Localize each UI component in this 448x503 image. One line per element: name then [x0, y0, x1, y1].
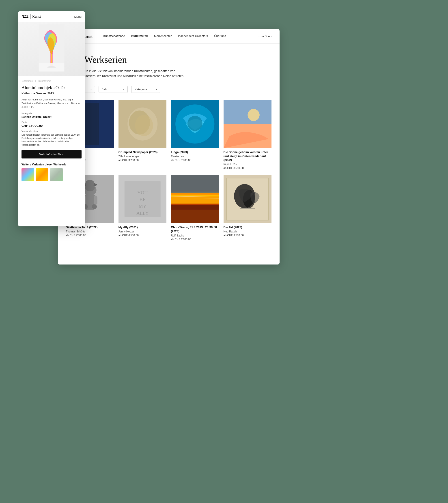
artwork-image-newspaper	[118, 100, 167, 148]
svg-rect-21	[94, 196, 97, 205]
filters-row: Künstlerin ▾ Jahr ▾ Kategorie ▾	[66, 86, 272, 93]
artwork-image-linga	[171, 100, 219, 148]
artwork-title-2: Linga (2023)	[171, 150, 219, 154]
artwork-price-4: ab CHF 7'000.00	[66, 234, 114, 237]
artwork-title-5: My Ally (2021)	[118, 225, 167, 229]
artwork-price-2: ab CHF 3'800.00	[171, 159, 219, 162]
svg-point-6	[135, 115, 153, 136]
artwork-title-6: Chur–Tirano, 31.8.2013 / 20:36:58 (2023)	[171, 225, 219, 233]
mobile-logo-divider	[30, 14, 31, 19]
artwork-card-sonne[interactable]: Die Sonne geht im Westen unter und steig…	[224, 100, 272, 170]
artwork-artist-4: Thomas Schütte	[66, 230, 114, 233]
artwork-sculpture-image	[38, 24, 65, 71]
main-content: Alle Werkserien Tauchen Sie ein in die V…	[58, 44, 280, 252]
mobile-product-title: Aluminiumobjek «O.T.»	[21, 85, 81, 90]
chevron-down-icon: ▾	[91, 88, 92, 91]
variants-title: Weitere Varianten dieser Werkserie	[21, 163, 81, 166]
artwork-price-3: ab CHF 3'550.00	[224, 167, 272, 170]
svg-rect-35	[171, 175, 219, 193]
nav-kunstschaffende[interactable]: Kunstschaffende	[103, 34, 125, 38]
mobile-product-detail: Startseite | Kunstwerke Aluminiumobjek «…	[18, 76, 85, 184]
artwork-card-ally[interactable]: YOU BE MY ALLY My Ally (2021) Jenny Holz…	[118, 175, 167, 241]
mobile-category-value: Serielle Unikate, Objekt	[21, 116, 81, 118]
nav-kunstwerke[interactable]: Kunstwerke	[131, 34, 148, 38]
artwork-price-1: ab CHF 3'200.00	[118, 159, 167, 162]
nav-mediencenter[interactable]: Mediencenter	[154, 34, 172, 38]
mobile-logo-kunst: Kunst	[32, 15, 41, 19]
svg-point-46	[47, 66, 56, 68]
artwork-artist-5: Jenny Holzer	[118, 230, 167, 233]
artwork-card-tat[interactable]: Die Tat (2023) Neo Rauch ab CHF 3'500.00	[224, 175, 272, 241]
page-title: Alle Werkserien	[66, 54, 272, 65]
mobile-description: Acryl auf Aluminium, serielles Unikat, i…	[21, 98, 81, 109]
artwork-image-tat	[224, 175, 272, 223]
svg-rect-43	[240, 208, 255, 209]
filter-category[interactable]: Kategorie ▾	[131, 86, 160, 93]
filter-year[interactable]: Jahr ▾	[98, 86, 128, 93]
variant-thumb-2[interactable]	[36, 168, 48, 181]
mobile-shipping-text: Die Versandkosten innerhalb der Schweiz …	[21, 133, 81, 147]
artwork-image-ally: YOU BE MY ALLY	[118, 175, 167, 223]
mobile-hero-image	[18, 22, 85, 76]
artwork-price-5: ab CHF 4'500.00	[118, 234, 167, 237]
artwork-artist-2: Renée Levi	[171, 155, 219, 158]
artwork-artist-1: Zilla Leutenegger	[118, 155, 167, 158]
artwork-card-linga[interactable]: Linga (2023) Renée Levi ab CHF 3'800.00	[171, 100, 219, 170]
nav-links: Kunstschaffende Kunstwerke Mediencenter …	[103, 34, 258, 38]
mobile-price-label: Preis	[21, 121, 81, 123]
mobile-cta-button[interactable]: Mehr Infos im Shop	[21, 150, 81, 158]
svg-point-23	[85, 180, 94, 187]
artwork-artist-3: Pipilotti Rist	[224, 163, 272, 166]
artwork-title-3: Die Sonne geht im Westen unter und steig…	[224, 150, 272, 162]
mobile-shipping-label: Versandkosten	[21, 130, 81, 133]
breadcrumb: Startseite | Kunstwerke	[21, 80, 81, 82]
mobile-menu-button[interactable]: Menü	[74, 15, 81, 18]
nav-ueber-uns[interactable]: Über uns	[214, 34, 226, 38]
mobile-category-label: Kategorie	[21, 112, 81, 115]
mobile-artist-year: Katharina Grosse, 2023	[21, 92, 81, 95]
main-nav: NZZ Kunst Kunstschaffende Kunstwerke Med…	[58, 29, 280, 44]
svg-point-19	[92, 204, 97, 209]
mobile-logo-nzz: NZZ	[21, 15, 29, 19]
artwork-price-6: ab CHF 1'100.00	[171, 238, 219, 241]
artwork-grid: Sturm (2023) Esther Mathis ab CHF 2'700.…	[66, 100, 272, 241]
artwork-image-sonne	[224, 100, 272, 148]
artwork-title-1: Crumpled Newspaper (2023)	[118, 150, 167, 154]
mobile-browser-window: NZZ Kunst Menü Startseite | Kunstwerke A…	[18, 11, 85, 226]
variant-thumb-1[interactable]	[21, 168, 34, 181]
svg-point-9	[188, 116, 203, 131]
artwork-card-newspaper[interactable]: Crumpled Newspaper (2023) Zilla Leuteneg…	[118, 100, 167, 170]
svg-text:ALLY: ALLY	[136, 210, 148, 216]
svg-rect-36	[171, 205, 219, 223]
main-browser-window: NZZ Kunst Kunstschaffende Kunstwerke Med…	[58, 29, 280, 265]
variants-row	[21, 168, 81, 181]
artwork-price-7: ab CHF 3'500.00	[224, 234, 272, 237]
artwork-artist-6: Rolf Sachs	[171, 234, 219, 237]
svg-text:YOU: YOU	[137, 190, 148, 196]
mobile-price-value: CHF 16'700.00	[21, 124, 81, 128]
svg-rect-11	[224, 100, 272, 124]
mobile-nav: NZZ Kunst Menü	[18, 11, 85, 22]
svg-text:MY: MY	[138, 203, 146, 209]
chevron-down-icon: ▾	[123, 88, 124, 91]
chevron-down-icon: ▾	[156, 88, 157, 91]
svg-point-13	[248, 109, 260, 121]
nav-independent-collectors[interactable]: Independent Collectors	[178, 34, 208, 38]
nav-shop-link[interactable]: zum Shop	[258, 34, 272, 38]
artwork-card-chur[interactable]: Chur–Tirano, 31.8.2013 / 20:36:58 (2023)…	[171, 175, 219, 241]
artwork-artist-7: Neo Rauch	[224, 230, 272, 233]
artwork-image-chur	[171, 175, 219, 223]
artwork-title-7: Die Tat (2023)	[224, 225, 272, 229]
variant-thumb-3[interactable]	[50, 168, 63, 181]
svg-text:BE: BE	[139, 197, 145, 202]
